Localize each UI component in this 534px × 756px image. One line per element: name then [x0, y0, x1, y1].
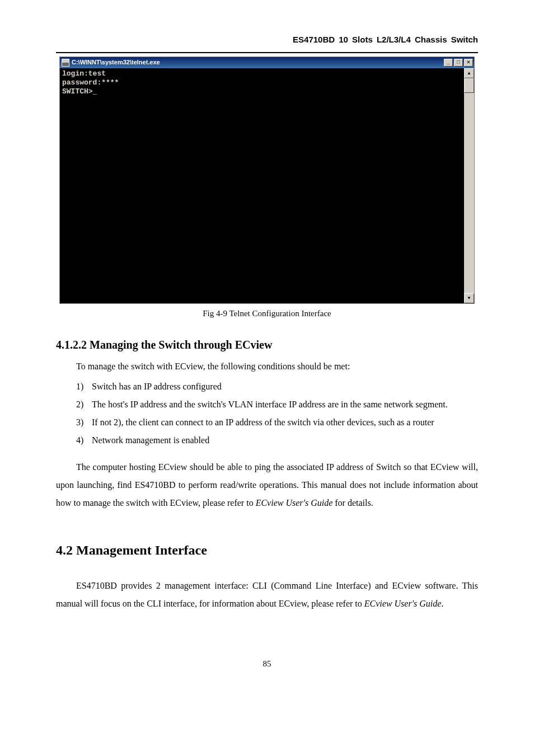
maximize-button[interactable]: □ [454, 59, 463, 67]
terminal-scrollbar[interactable]: ▲ ▼ [464, 68, 474, 303]
close-button[interactable]: × [464, 59, 473, 67]
para-text-post: . [441, 599, 443, 608]
list-item-text: If not 2), the client can connect to an … [92, 417, 434, 427]
figure-caption: Fig 4-9 Telnet Configuration Interface [56, 307, 478, 320]
list-item-text: Network management is enabled [92, 435, 209, 445]
terminal-line-1: login:test [62, 69, 106, 78]
list-item: 4) Network management is enabled [76, 431, 478, 449]
scroll-track [464, 93, 474, 293]
terminal-line-3: SWITCH>_ [62, 87, 97, 96]
list-item-number: 2) [76, 396, 83, 414]
list-item-text: The host's IP address and the switch's V… [92, 400, 448, 409]
list-item: 1) Switch has an IP address configured [76, 378, 478, 396]
terminal-title-text: C:\WINNT\system32\telnet.exe [72, 58, 160, 67]
ecview-paragraph: The computer hosting ECview should be ab… [56, 458, 478, 512]
list-item-text: Switch has an IP address configured [92, 382, 222, 391]
page-header: ES4710BD 10 Slots L2/L3/L4 Chassis Switc… [56, 34, 478, 46]
scroll-down-button[interactable]: ▼ [464, 293, 474, 303]
list-item: 3) If not 2), the client can connect to … [76, 414, 478, 431]
list-item-number: 4) [76, 431, 83, 449]
heading-4-2: 4.2 Management Interface [56, 540, 478, 560]
terminal-window: C:\WINNT\system32\telnet.exe _ □ × login… [59, 57, 475, 304]
page-number: 85 [56, 658, 478, 670]
management-interface-paragraph: ES4710BD provides 2 management interface… [56, 577, 478, 613]
scroll-up-button[interactable]: ▲ [464, 68, 474, 78]
terminal-titlebar: C:\WINNT\system32\telnet.exe _ □ × [60, 57, 474, 68]
minimize-button[interactable]: _ [444, 59, 453, 67]
heading-4-1-2-2: 4.1.2.2 Managing the Switch through ECvi… [56, 336, 478, 353]
book-title-italic: ECview User's Guide [364, 599, 442, 608]
list-item: 2) The host's IP address and the switch'… [76, 396, 478, 414]
list-item-number: 3) [76, 414, 83, 431]
header-rule [56, 52, 478, 53]
book-title-italic: ECview User's Guide [256, 498, 333, 508]
intro-paragraph: To manage the switch with ECview, the fo… [56, 360, 478, 373]
scroll-thumb[interactable] [464, 78, 474, 93]
terminal-body: login:test password:**** SWITCH>_ [60, 68, 464, 303]
conditions-list: 1) Switch has an IP address configured 2… [56, 378, 478, 449]
terminal-icon [62, 59, 69, 67]
para-text-post: for details. [332, 498, 373, 508]
list-item-number: 1) [76, 378, 83, 396]
terminal-line-2: password:**** [62, 78, 119, 87]
